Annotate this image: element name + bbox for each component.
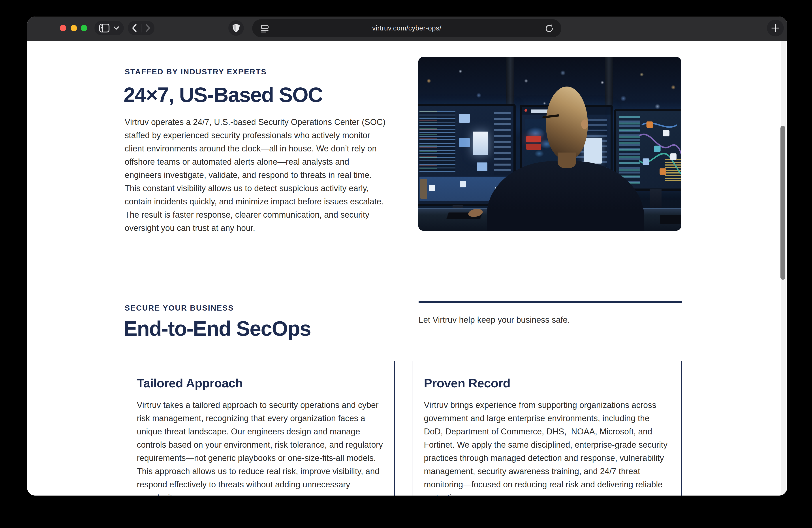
back-button[interactable]: [128, 21, 141, 35]
desktop-background: virtruv.com/cyber-ops/ STAFFED BY INDUST…: [0, 0, 812, 528]
close-window-button[interactable]: [60, 25, 66, 31]
secops-tagline: Let Virtruv help keep your business safe…: [419, 313, 681, 327]
monitor-stand: [650, 189, 662, 210]
node-list: [619, 116, 640, 184]
dashboard-tiles: [459, 114, 470, 123]
alert-dot: [524, 109, 527, 112]
section-divider: [419, 301, 682, 303]
card-title: Tailored Approach: [137, 376, 243, 390]
analyst-ear: [581, 119, 588, 129]
maximize-window-button[interactable]: [81, 25, 87, 31]
card-proven-record: Proven Record Virtruv brings experience …: [412, 361, 682, 496]
new-tab-button[interactable]: [767, 20, 784, 37]
url-text[interactable]: virtruv.com/cyber-ops/: [252, 24, 561, 32]
webpage-viewport: STAFFED BY INDUSTRY EXPERTS 24×7, US-Bas…: [27, 41, 787, 496]
network-graph: [637, 114, 681, 185]
code-syntax-colors: [419, 111, 437, 172]
scrollbar-track[interactable]: [781, 41, 786, 496]
chevron-right-icon: [145, 24, 150, 32]
minimize-window-button[interactable]: [71, 25, 77, 31]
soc-paragraph: Virtruv operates a 24/7, U.S.-based Secu…: [125, 115, 386, 234]
plus-icon: [771, 24, 780, 32]
analyst-neck: [557, 153, 576, 168]
card-title: Proven Record: [424, 376, 510, 390]
address-bar[interactable]: virtruv.com/cyber-ops/: [252, 19, 561, 37]
chevron-left-icon: [132, 24, 137, 32]
card-body: Virtruv brings experience from supportin…: [424, 398, 670, 496]
sidebar-icon: [99, 24, 110, 32]
safari-browser-window: virtruv.com/cyber-ops/ STAFFED BY INDUST…: [27, 17, 787, 496]
nav-button-group: [128, 21, 155, 35]
chevron-down-icon: [113, 26, 119, 30]
forward-button[interactable]: [142, 21, 155, 35]
shield-icon: [232, 24, 240, 33]
soc-eyebrow: STAFFED BY INDUSTRY EXPERTS: [125, 67, 267, 76]
flow-side-panel: [420, 179, 427, 199]
red-alert-banners: [526, 136, 541, 142]
browser-titlebar: virtruv.com/cyber-ops/: [27, 17, 787, 41]
bright-grid-widget: [584, 138, 602, 164]
privacy-report-button[interactable]: [228, 20, 244, 36]
flow-nodes: [429, 185, 435, 191]
keyboard-right: [660, 215, 681, 224]
log-rows: [494, 112, 511, 175]
bright-dialog: [473, 131, 488, 155]
card-body: Virtruv takes a tailored approach to sec…: [137, 398, 383, 496]
card-tailored-approach: Tailored Approach Virtruv takes a tailor…: [125, 361, 395, 496]
sidebar-toggle-button[interactable]: [95, 21, 124, 35]
soc-analyst-photo: [418, 57, 681, 231]
scrollbar-thumb[interactable]: [781, 126, 785, 280]
secops-heading: End-to-End SecOps: [124, 317, 311, 341]
secops-eyebrow: SECURE YOUR BUSINESS: [125, 303, 234, 312]
reload-icon[interactable]: [544, 24, 554, 33]
soc-heading: 24×7, US-Based SOC: [124, 83, 323, 107]
